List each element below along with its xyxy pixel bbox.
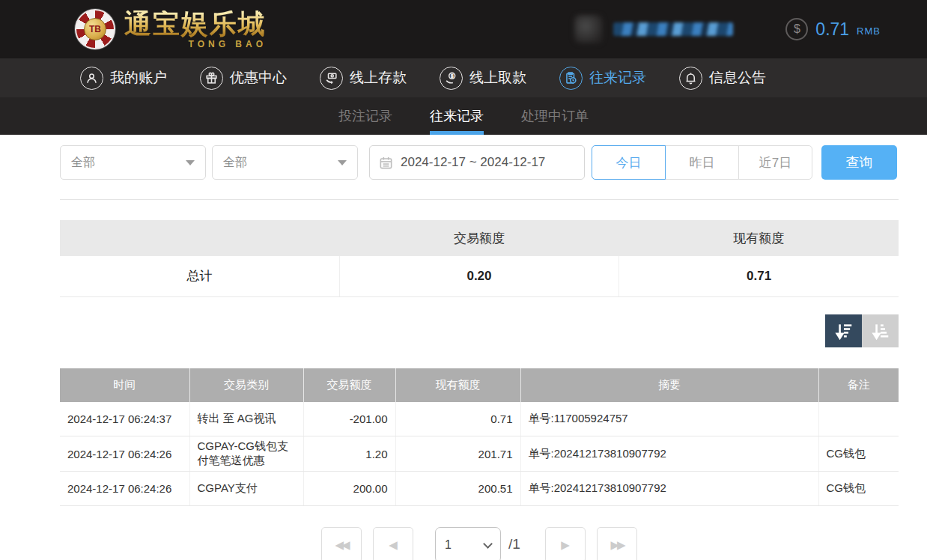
first-page-button[interactable]: ◀◀ [321,527,362,560]
header-balance: 现有额度 [395,368,520,402]
site-subtitle: TONG BAO [124,40,267,49]
cell-summary: 单号:202412173810907792 [520,472,818,506]
sort-controls [60,314,899,347]
chip-tb-label: TB [84,18,106,40]
nav-item-transaction-records[interactable]: 往来记录 [559,67,646,90]
bell-icon [679,67,702,90]
next-page-button[interactable]: ▶ [545,527,586,560]
header-summary: 摘要 [520,368,818,402]
cell-amount: 200.00 [303,472,395,506]
cell-time: 2024-12-17 06:24:26 [60,472,189,506]
table-row: 2024-12-17 06:24:26 CGPAY-CG钱包支付笔笔送优惠 1.… [60,436,899,472]
cell-summary: 单号:202412173810907792 [520,436,818,472]
tab-pending-orders[interactable]: 处理中订单 [521,97,589,135]
table-row: 2024-12-17 06:24:26 CGPAY支付 200.00 200.5… [60,472,899,506]
summary-total-label: 总计 [60,256,339,296]
deposit-icon [320,67,343,90]
summary-header-current-amount: 现有额度 [619,220,899,256]
cell-type: 转出 至 AG视讯 [189,402,303,436]
gift-icon [200,67,223,90]
header-type: 交易类别 [189,368,303,402]
sort-ascending-button[interactable] [862,314,899,347]
page-select[interactable]: 1 [435,527,501,560]
summary-transaction-amount: 0.20 [339,256,618,296]
prev-page-button[interactable]: ◀ [373,527,413,560]
date-range-value: 2024-12-17 ~ 2024-12-17 [401,155,545,170]
balance-currency: RMB [857,25,881,37]
header-time: 时间 [60,368,189,402]
site-title: 通宝娱乐城 [124,10,267,37]
nav-item-withdraw[interactable]: $ 线上取款 [440,67,526,90]
page-select-value: 1 [445,538,452,552]
chevron-down-icon [186,160,195,165]
section-divider [60,199,899,200]
cell-note [818,402,899,436]
main-nav: 我的账户 优惠中心 线上存款 $ 线上取款 [0,58,927,97]
cell-note: CG钱包 [818,436,899,472]
search-button[interactable]: 查询 [821,145,897,180]
username-censored[interactable] [613,22,733,36]
withdraw-icon: $ [440,67,463,90]
nav-label: 线上取款 [469,68,526,88]
records-icon [559,67,583,90]
yesterday-button[interactable]: 昨日 [665,145,739,180]
content-area: 全部 全部 2024-12-17 ~ 2024-12-17 今日 昨日 近7日 … [60,145,899,560]
user-icon [80,67,103,90]
nav-item-announcements[interactable]: 信息公告 [679,67,766,90]
balance-amount: 0.71 [815,19,849,40]
dropdown-value: 全部 [223,155,247,171]
header-amount: 交易额度 [303,368,395,402]
summary-current-amount: 0.71 [619,256,899,296]
tab-betting-records[interactable]: 投注记录 [338,97,392,135]
sort-desc-icon [834,321,854,341]
sort-descending-button[interactable] [825,314,862,347]
table-header-row: 时间 交易类别 交易额度 现有额度 摘要 备注 [60,368,899,402]
calendar-icon [379,156,393,170]
summary-total-row: 总计 0.20 0.71 [60,256,899,296]
sort-asc-icon [871,321,890,341]
cell-note: CG钱包 [818,472,899,506]
svg-text:$: $ [451,73,454,78]
cell-balance: 200.51 [395,472,520,506]
chevron-down-icon [483,539,493,549]
cell-balance: 201.71 [395,436,520,472]
cell-amount: -201.00 [303,402,395,436]
dropdown-value: 全部 [71,155,95,171]
cell-amount: 1.20 [303,436,395,472]
nav-label: 信息公告 [709,68,766,88]
balance-display[interactable]: $ 0.71 RMB [785,18,881,40]
chevron-down-icon [338,160,347,165]
nav-label: 线上存款 [350,68,407,88]
summary-header-transaction-amount: 交易额度 [339,220,618,256]
left-arrow-icon: ◀ [389,538,398,552]
cell-type: CGPAY-CG钱包支付笔笔送优惠 [189,436,303,472]
pagination: ◀◀ ◀ 1 /1 ▶ ▶▶ [60,527,899,560]
nav-item-promotions[interactable]: 优惠中心 [200,67,287,90]
category-dropdown-1[interactable]: 全部 [60,145,206,180]
cell-type: CGPAY支付 [189,472,303,506]
cell-summary: 单号:117005924757 [520,402,818,436]
nav-item-my-account[interactable]: 我的账户 [80,67,167,90]
cell-time: 2024-12-17 06:24:26 [60,436,189,472]
table-row: 2024-12-17 06:24:37 转出 至 AG视讯 -201.00 0.… [60,402,899,436]
last-page-button[interactable]: ▶▶ [597,527,637,560]
tab-transaction-records[interactable]: 往来记录 [430,97,484,135]
cell-balance: 0.71 [395,402,520,436]
today-button[interactable]: 今日 [592,145,666,180]
poker-chip-icon: TB [75,9,115,49]
cell-time: 2024-12-17 06:24:37 [60,402,189,436]
summary-header-row: 交易额度 现有额度 [60,220,899,256]
dollar-icon: $ [785,18,808,40]
summary-table: 交易额度 现有额度 总计 0.20 0.71 [60,220,899,297]
date-range-picker[interactable]: 2024-12-17 ~ 2024-12-17 [369,145,585,180]
site-logo[interactable]: TB 通宝娱乐城 TONG BAO [75,9,267,49]
double-right-arrow-icon: ▶▶ [610,538,623,552]
nav-item-deposit[interactable]: 线上存款 [320,67,407,90]
header-note: 备注 [818,368,899,402]
category-dropdown-2[interactable]: 全部 [212,145,358,180]
summary-header-empty [60,220,339,256]
last-7-days-button[interactable]: 近7日 [738,145,812,180]
avatar[interactable] [574,15,603,43]
nav-label: 往来记录 [589,68,646,88]
filter-row: 全部 全部 2024-12-17 ~ 2024-12-17 今日 昨日 近7日 … [60,145,899,180]
